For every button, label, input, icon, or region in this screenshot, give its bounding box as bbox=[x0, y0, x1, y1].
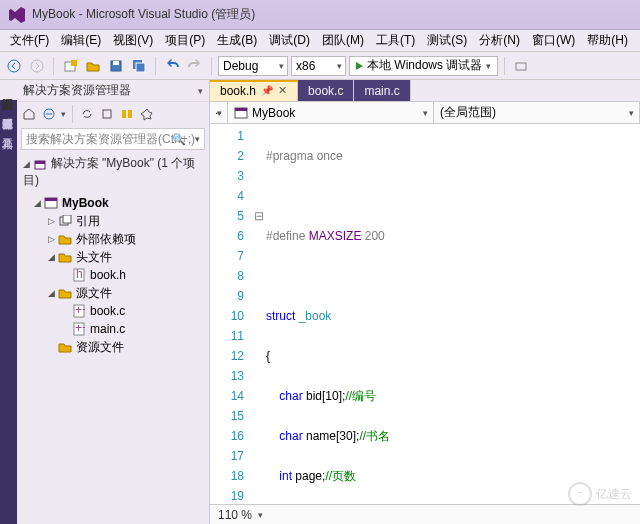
show-all-icon[interactable] bbox=[119, 106, 135, 122]
title-bar: MyBook - Microsoft Visual Studio (管理员) bbox=[0, 0, 640, 30]
fold-gutter: ⊟ bbox=[252, 124, 266, 504]
svg-text:h: h bbox=[76, 268, 83, 281]
svg-point-1 bbox=[31, 60, 43, 72]
tab-main-c[interactable]: main.c bbox=[354, 80, 410, 101]
menu-view[interactable]: 视图(V) bbox=[107, 30, 159, 51]
platform-combo[interactable]: x86 bbox=[291, 56, 346, 76]
editor-tab-strip: book.h📌✕ book.c main.c bbox=[210, 80, 640, 102]
svg-rect-3 bbox=[71, 60, 77, 66]
config-combo[interactable]: Debug bbox=[218, 56, 288, 76]
redo-button[interactable] bbox=[185, 56, 205, 76]
menu-tools[interactable]: 工具(T) bbox=[370, 30, 421, 51]
toolbar-extra-button[interactable] bbox=[511, 56, 531, 76]
open-file-button[interactable] bbox=[83, 56, 103, 76]
resources-folder[interactable]: 资源文件 bbox=[17, 338, 209, 356]
sources-folder[interactable]: ◢ 源文件 bbox=[17, 284, 209, 302]
svg-rect-16 bbox=[45, 198, 57, 201]
sync-icon[interactable] bbox=[79, 106, 95, 122]
menu-window[interactable]: 窗口(W) bbox=[526, 30, 581, 51]
panel-toolbar: ▾ bbox=[17, 102, 209, 126]
file-book-c[interactable]: ++ book.c bbox=[17, 302, 209, 320]
menu-build[interactable]: 生成(B) bbox=[211, 30, 263, 51]
editor-area: book.h📌✕ book.c main.c ↔ MyBook (全局范围) 1… bbox=[210, 80, 640, 524]
nav-fwd-button[interactable] bbox=[27, 56, 47, 76]
external-deps-node[interactable]: ▷ 外部依赖项 bbox=[17, 230, 209, 248]
sidetab-toolbox[interactable]: 工具箱 bbox=[0, 120, 17, 140]
side-tab-strip: 解决方案资源管理器 服务器资源管理器 工具箱 bbox=[0, 80, 17, 524]
home-icon[interactable] bbox=[21, 106, 37, 122]
solution-search-input[interactable]: 搜索解决方案资源管理器(Ctrl+;) ▾ bbox=[21, 128, 205, 150]
project-node[interactable]: ◢ MyBook bbox=[17, 194, 209, 212]
svg-text:++: ++ bbox=[75, 304, 85, 317]
solution-explorer-panel: 解决方案资源管理器 ▾ ▾ 搜索解决方案资源管理器(Ctrl+;) ▾ ◢ 解决… bbox=[17, 80, 210, 524]
headers-folder[interactable]: ◢ 头文件 bbox=[17, 248, 209, 266]
svg-rect-18 bbox=[63, 215, 71, 223]
line-gutter: 1234567891011121314151617181920212223 bbox=[210, 124, 252, 504]
panel-dropdown-icon[interactable]: ▾ bbox=[198, 86, 203, 96]
sidetab-solution-explorer[interactable]: 解决方案资源管理器 bbox=[0, 80, 17, 100]
panel-header: 解决方案资源管理器 ▾ bbox=[17, 80, 209, 102]
refresh-icon[interactable] bbox=[99, 106, 115, 122]
zoom-dropdown-icon[interactable]: ▾ bbox=[258, 510, 263, 520]
menu-file[interactable]: 文件(F) bbox=[4, 30, 55, 51]
svg-rect-7 bbox=[136, 63, 145, 72]
vs-logo-icon bbox=[8, 6, 26, 24]
references-node[interactable]: ▷ 引用 bbox=[17, 212, 209, 230]
menu-help[interactable]: 帮助(H) bbox=[581, 30, 634, 51]
svg-rect-11 bbox=[122, 110, 126, 118]
nav-arrows[interactable]: ↔ bbox=[210, 102, 228, 123]
code-content[interactable]: #pragma once #define MAXSIZE 200 struct … bbox=[266, 124, 640, 504]
svg-rect-5 bbox=[113, 61, 119, 65]
file-main-c[interactable]: ++ main.c bbox=[17, 320, 209, 338]
svg-rect-14 bbox=[35, 161, 45, 164]
watermark: ෆ亿速云 bbox=[568, 482, 632, 506]
svg-rect-8 bbox=[516, 63, 526, 70]
menu-debug[interactable]: 调试(D) bbox=[263, 30, 316, 51]
menu-test[interactable]: 测试(S) bbox=[421, 30, 473, 51]
file-book-h[interactable]: h book.h bbox=[17, 266, 209, 284]
menu-project[interactable]: 项目(P) bbox=[159, 30, 211, 51]
svg-rect-12 bbox=[128, 110, 132, 118]
code-editor[interactable]: 1234567891011121314151617181920212223 ⊟ … bbox=[210, 124, 640, 504]
undo-button[interactable] bbox=[162, 56, 182, 76]
save-all-button[interactable] bbox=[129, 56, 149, 76]
save-button[interactable] bbox=[106, 56, 126, 76]
sidetab-server-explorer[interactable]: 服务器资源管理器 bbox=[0, 100, 17, 120]
window-title: MyBook - Microsoft Visual Studio (管理员) bbox=[32, 6, 255, 23]
play-icon bbox=[356, 62, 363, 70]
collapse-icon[interactable] bbox=[41, 106, 57, 122]
new-project-button[interactable] bbox=[60, 56, 80, 76]
menu-analyze[interactable]: 分析(N) bbox=[473, 30, 526, 51]
close-icon[interactable]: ✕ bbox=[278, 84, 287, 97]
start-debug-button[interactable]: 本地 Windows 调试器 ▾ bbox=[349, 56, 498, 76]
nav-back-button[interactable] bbox=[4, 56, 24, 76]
zoom-level[interactable]: 110 % bbox=[218, 508, 252, 522]
svg-rect-10 bbox=[103, 110, 111, 118]
menu-bar: 文件(F) 编辑(E) 视图(V) 项目(P) 生成(B) 调试(D) 团队(M… bbox=[0, 30, 640, 52]
tab-book-c[interactable]: book.c bbox=[298, 80, 354, 101]
svg-text:++: ++ bbox=[75, 322, 85, 335]
tab-book-h[interactable]: book.h📌✕ bbox=[210, 80, 298, 101]
properties-icon[interactable] bbox=[139, 106, 155, 122]
editor-nav-bar: ↔ MyBook (全局范围) bbox=[210, 102, 640, 124]
menu-team[interactable]: 团队(M) bbox=[316, 30, 370, 51]
svg-rect-26 bbox=[235, 108, 247, 111]
scope-combo-left[interactable]: MyBook bbox=[228, 102, 434, 123]
solution-tree: ◢ MyBook ▷ 引用 ▷ 外部依赖项 ◢ 头文件 h book.h ◢ 源… bbox=[17, 192, 209, 524]
svg-point-0 bbox=[8, 60, 20, 72]
editor-status-bar: 110 % ▾ bbox=[210, 504, 640, 524]
scope-combo-right[interactable]: (全局范围) bbox=[434, 102, 640, 123]
menu-edit[interactable]: 编辑(E) bbox=[55, 30, 107, 51]
main-toolbar: Debug x86 本地 Windows 调试器 ▾ bbox=[0, 52, 640, 80]
solution-node[interactable]: ◢ 解决方案 "MyBook" (1 个项目) bbox=[17, 152, 209, 192]
pin-icon[interactable]: 📌 bbox=[261, 85, 273, 96]
